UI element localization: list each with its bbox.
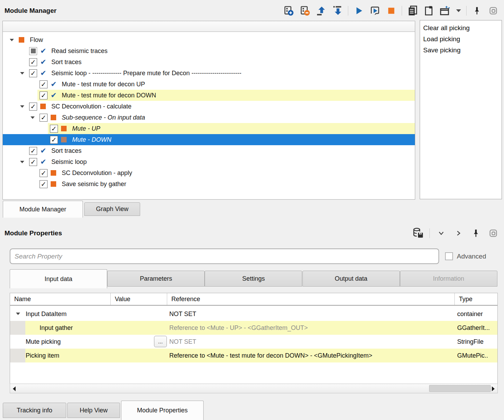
float-window-icon[interactable] (487, 227, 499, 239)
module-enabled-checkbox[interactable]: ✓ (40, 180, 48, 188)
module-square-icon (51, 115, 56, 120)
run-loop-icon[interactable] (369, 5, 381, 17)
new-window-icon[interactable] (439, 5, 451, 17)
pin-icon[interactable] (470, 227, 482, 239)
move-module-down-icon[interactable] (332, 5, 343, 17)
module-enabled-checkbox[interactable]: ✓ (29, 58, 37, 66)
tree-row[interactable]: ✓✔Seismic loop - -------------- Prepare … (3, 68, 415, 79)
menu-item-save-picking[interactable]: Save picking (420, 45, 502, 56)
column-header-name[interactable]: Name (10, 293, 111, 305)
table-row[interactable]: Mute picking...NOT SETStringFile (10, 335, 497, 349)
paste-module-icon[interactable] (423, 5, 435, 17)
expand-arrow-icon[interactable] (19, 156, 29, 167)
run-flow-icon[interactable] (353, 5, 365, 17)
module-enabled-checkbox[interactable]: ✓ (29, 147, 37, 155)
property-type: container (457, 307, 497, 321)
module-check-icon: ✔ (40, 147, 46, 155)
expand-arrow-icon[interactable] (8, 34, 19, 45)
property-type: GGatherIt... (457, 321, 497, 335)
new-window-dropdown-icon[interactable] (455, 5, 462, 17)
tree-row[interactable]: ✓Mute - UP (3, 123, 415, 134)
property-type: GMutePic.. (457, 349, 497, 362)
search-property-input[interactable] (10, 248, 439, 264)
tab-tracking-info[interactable]: Tracking info (3, 403, 66, 418)
module-square-icon (61, 126, 67, 131)
module-manager-title: Module Manager (5, 7, 57, 15)
expand-arrow-slot (29, 90, 40, 101)
module-enabled-checkbox[interactable]: ✓ (50, 125, 58, 133)
scroll-left-arrow-icon[interactable] (13, 386, 16, 391)
tree-row[interactable]: ✔Read seismic traces (3, 45, 415, 56)
add-module-icon[interactable] (283, 5, 294, 17)
check-mark-icon: ✓ (41, 81, 46, 88)
table-row[interactable]: Picking itemReference to <Mute - test mu… (10, 349, 497, 362)
module-enabled-checkbox[interactable]: ✓ (29, 103, 37, 111)
tab-input-data[interactable]: Input data (10, 269, 107, 288)
property-reference: NOT SET (169, 335, 454, 349)
property-name: Input DataItem (26, 307, 67, 321)
check-mark-icon: ✓ (51, 137, 57, 143)
module-enabled-checkbox[interactable]: ✓ (40, 114, 48, 122)
expand-arrow-icon[interactable] (19, 68, 29, 79)
tab-module-properties[interactable]: Module Properties (121, 401, 204, 420)
tree-row[interactable]: ✓Mute - DOWN (3, 134, 415, 145)
report-icon[interactable] (407, 5, 418, 17)
tab-parameters[interactable]: Parameters (107, 271, 205, 287)
tree-row[interactable]: ✓✔Mute - test mute for decon UP (3, 79, 415, 90)
module-enabled-checkbox[interactable]: ✓ (29, 158, 37, 166)
scroll-right-arrow-icon[interactable] (492, 386, 495, 391)
column-header-type[interactable]: Type (455, 293, 498, 305)
horizontal-scrollbar[interactable] (10, 384, 498, 393)
table-row[interactable]: Input DataItemNOT SETcontainer (10, 307, 497, 321)
module-enabled-checkbox[interactable] (29, 47, 37, 55)
module-enabled-checkbox[interactable]: ✓ (40, 91, 48, 99)
column-header-reference[interactable]: Reference (167, 293, 455, 305)
tab-graph-view[interactable]: Graph View (84, 202, 140, 216)
float-window-icon[interactable] (487, 5, 499, 17)
browse-button[interactable]: ... (154, 336, 167, 347)
tab-help-view[interactable]: Help View (67, 403, 120, 418)
tree-row[interactable]: ✓Sub-sequence - On input data (3, 112, 415, 123)
module-enabled-checkbox[interactable]: ✓ (40, 169, 48, 177)
move-module-up-icon[interactable] (315, 5, 327, 17)
tab-information[interactable]: Information (400, 271, 497, 287)
expand-arrow-icon[interactable] (16, 313, 20, 315)
tab-module-manager[interactable]: Module Manager (3, 201, 83, 218)
check-mark-icon: ✓ (31, 70, 36, 77)
column-header-value[interactable]: Value (111, 293, 167, 305)
scrollbar-thumb[interactable] (429, 385, 491, 392)
tree-row[interactable]: ✓✔Mute - test mute for decon DOWN (3, 90, 415, 101)
module-check-icon: ✔ (40, 47, 46, 55)
tree-row[interactable]: Flow (3, 34, 415, 45)
module-square-icon (61, 137, 67, 142)
tab-output-data[interactable]: Output data (302, 271, 400, 287)
module-enabled-checkbox[interactable]: ✓ (40, 80, 48, 88)
module-enabled-checkbox[interactable]: ✓ (29, 69, 37, 77)
chevron-right-icon[interactable] (453, 227, 464, 239)
tree-row[interactable]: ✓✔Sort traces (3, 145, 415, 156)
chevron-down-icon[interactable] (435, 227, 447, 239)
table-row[interactable]: Input gatherReference to <Mute - UP> - <… (10, 321, 497, 335)
pin-icon[interactable] (471, 5, 483, 17)
expand-arrow-slot (29, 79, 40, 90)
tree-row[interactable]: ✓✔Seismic loop (3, 156, 415, 167)
remove-module-icon[interactable] (299, 5, 311, 17)
tree-row[interactable]: ✓SC Deconvolution - apply (3, 167, 415, 178)
expand-arrow-icon[interactable] (19, 101, 29, 112)
stop-flow-icon[interactable] (385, 5, 397, 17)
module-check-icon: ✔ (51, 92, 57, 99)
tree-row[interactable]: ✓✔Sort traces (3, 56, 415, 68)
menu-item-clear-all-picking[interactable]: Clear all picking (420, 23, 502, 34)
tree-row[interactable]: ✓SC Deconvolution - calculate (3, 101, 415, 112)
expand-arrow-slot (40, 134, 50, 145)
tab-settings[interactable]: Settings (205, 271, 302, 287)
toolbar-separator (466, 6, 467, 16)
advanced-checkbox[interactable] (445, 252, 453, 260)
menu-item-load-picking[interactable]: Load picking (420, 34, 502, 45)
tree-row[interactable]: ✓Save seismic by gather (3, 178, 415, 190)
expand-arrow-icon[interactable] (29, 112, 40, 123)
save-database-icon[interactable] (412, 227, 424, 239)
module-square-icon (51, 181, 56, 187)
module-square-icon (51, 170, 56, 176)
module-enabled-checkbox[interactable]: ✓ (50, 136, 58, 144)
